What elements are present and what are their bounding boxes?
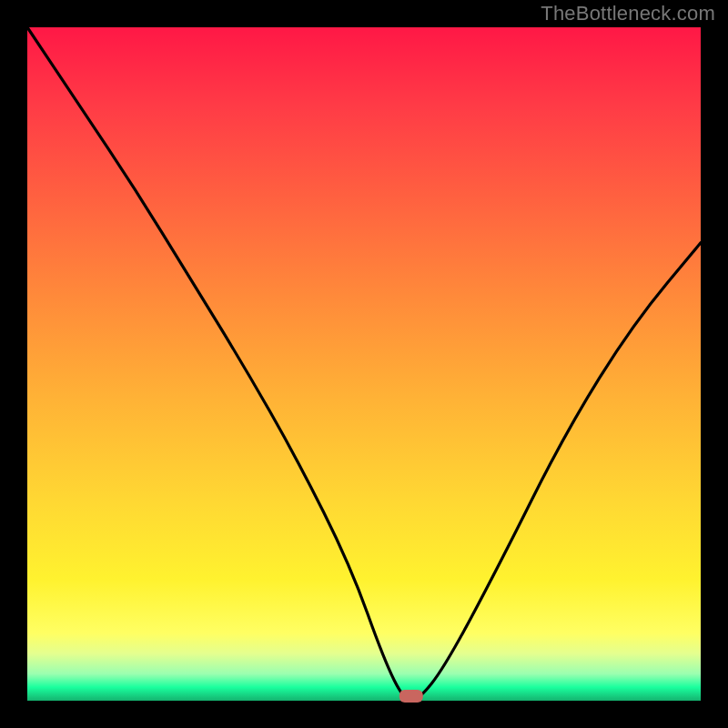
bottleneck-curve-path xyxy=(27,27,701,701)
watermark-text: TheBottleneck.com xyxy=(541,2,715,25)
chart-frame: TheBottleneck.com xyxy=(0,0,728,728)
bottleneck-marker xyxy=(399,690,423,703)
plot-area xyxy=(27,27,701,701)
line-chart xyxy=(27,27,701,701)
